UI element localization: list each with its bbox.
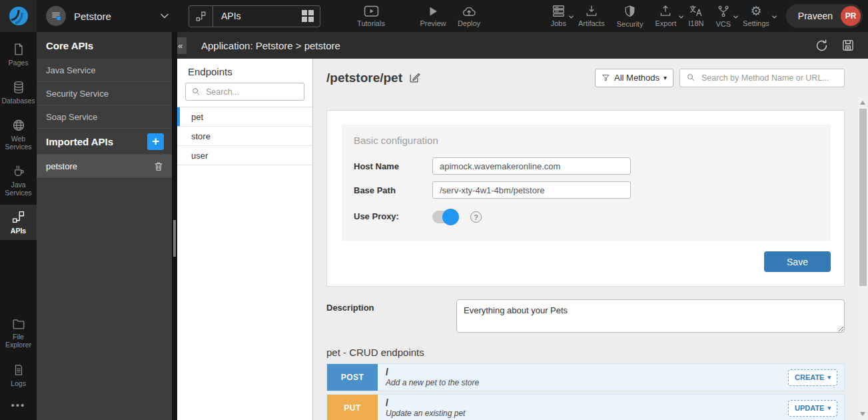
endpoint-path-title: /petstore/pet [326,71,421,85]
description-label: Description [326,299,456,333]
grid-icon[interactable] [302,10,314,22]
i18n-label: I18N [688,19,703,27]
rail-item-logs[interactable]: Logs [0,358,37,393]
user-name: Praveen [798,11,833,21]
endpoint-item-user[interactable]: user [177,146,312,165]
cloud-upload-icon [462,5,476,17]
export-button[interactable]: Export [649,0,682,32]
rail-item-web-services[interactable]: WebServices [0,113,37,156]
search-icon [686,73,695,82]
endpoint-item-pet[interactable]: pet [177,107,312,127]
imported-apis-label: Imported APIs [46,136,113,147]
refresh-icon[interactable] [815,39,829,53]
endpoint-search-input[interactable] [185,83,304,101]
action-label: UPDATE [795,404,824,412]
chevron-down-icon: ▾ [663,74,667,81]
deploy-label: Deploy [458,19,480,27]
module-selector[interactable]: APIs [189,5,320,27]
coffee-cup-icon [12,165,25,178]
sidebar-item-security-service[interactable]: Security Service [37,82,172,105]
description-row: Description Everything about your Pets [326,299,845,333]
endpoints-title: Endpoints [177,59,312,83]
sidebar-item-soap-service[interactable]: Soap Service [37,105,172,129]
user-menu[interactable]: Praveen PR [786,4,863,28]
crud-path: / [386,398,465,408]
main-scrollbar[interactable] [858,97,868,420]
funnel-icon [602,73,610,82]
trash-icon[interactable] [153,161,164,172]
youtube-icon [364,5,379,17]
more-options-icon[interactable]: ••• [0,393,37,420]
rail-item-file-explorer[interactable]: FileExplorer [0,313,37,354]
scrollbar-thumb[interactable] [859,109,867,286]
edit-icon[interactable] [408,71,421,84]
create-action-button[interactable]: CREATE ▾ [788,369,837,386]
method-badge-post: POST [327,364,378,391]
methods-filter-label: All Methods [614,73,659,83]
vcs-label: VCS [715,20,731,28]
jobs-icon [552,5,566,17]
page-icon [12,43,25,56]
export-label: Export [655,19,676,27]
help-icon[interactable]: ? [470,211,482,223]
play-icon [427,5,439,17]
base-path-input[interactable] [432,181,631,199]
settings-button[interactable]: ⚙ Settings [737,0,775,32]
artifacts-label: Artifacts [578,19,605,27]
methods-filter-dropdown[interactable]: All Methods ▾ [595,69,673,87]
main-header: /petstore/pet All Methods ▾ [313,59,858,97]
method-search-input[interactable] [679,69,845,87]
update-action-button[interactable]: UPDATE ▾ [788,400,837,417]
artifacts-button[interactable]: Artifacts [572,0,611,32]
host-name-input[interactable] [432,157,631,175]
preview-button[interactable]: Preview [414,0,452,32]
crud-row-post[interactable]: POST / Add a new pet to the store CREATE… [326,363,845,391]
tutorials-button[interactable]: Tutorials [350,0,392,32]
wavemaker-ide: Petstore APIs Tutorials Preview Deploy [0,0,868,420]
rail-item-java-services[interactable]: JavaServices [0,159,37,202]
rail-label: Logs [11,379,26,387]
gear-icon: ⚙ [750,5,761,17]
add-api-button[interactable]: + [147,133,164,150]
sidebar-scrollbar[interactable] [172,32,177,420]
vcs-button[interactable]: VCS [709,0,737,32]
project-avatar-icon [46,6,66,26]
wavemaker-logo-icon [7,5,30,27]
scrollbar-thumb[interactable] [173,220,176,257]
globe-icon [12,119,25,132]
endpoint-item-store[interactable]: store [177,127,312,146]
project-switcher[interactable]: Petstore [37,6,174,26]
scroll-down-arrow[interactable] [860,412,865,416]
deploy-button[interactable]: Deploy [452,0,486,32]
rail-label: APIs [11,227,26,235]
translate-icon [689,5,703,17]
core-apis-header: Core APIs [37,32,172,59]
scroll-up-arrow[interactable] [860,101,865,105]
security-button[interactable]: Security [611,0,650,32]
toolbar-tools: Jobs Artifacts Security Export I18N [545,0,775,32]
app-logo[interactable] [0,0,37,32]
download-tray-icon [585,5,598,17]
branch-icon [717,5,730,18]
application-bar: « Application: Petstore > petstore [172,32,868,59]
save-icon[interactable] [841,39,855,52]
save-button[interactable]: Save [764,251,831,272]
chevron-down-icon[interactable] [159,11,170,21]
chevron-down-icon: ▾ [827,405,831,411]
i18n-button[interactable]: I18N [682,0,709,32]
crud-row-put[interactable]: PUT / Update an existing pet UPDATE ▾ [326,394,845,420]
rail-label: Pages [9,59,29,67]
crud-endpoints-title: pet - CRUD endpoints [326,347,845,358]
top-bar: Petstore APIs Tutorials Preview Deploy [0,0,868,32]
configuration-card: Basic configuration Host Name Base Path … [326,110,845,287]
rail-item-databases[interactable]: Databases [0,75,37,110]
sidebar-item-java-service[interactable]: Java Service [37,59,172,82]
basic-configuration-panel: Basic configuration Host Name Base Path … [342,125,831,241]
jobs-button[interactable]: Jobs [545,0,572,32]
description-textarea[interactable]: Everything about your Pets [456,299,845,333]
sidebar-item-petstore[interactable]: petstore [37,155,172,178]
log-file-icon [13,363,25,377]
rail-item-apis[interactable]: APIs [0,205,37,240]
rail-item-pages[interactable]: Pages [0,37,37,72]
use-proxy-toggle[interactable] [432,211,456,223]
